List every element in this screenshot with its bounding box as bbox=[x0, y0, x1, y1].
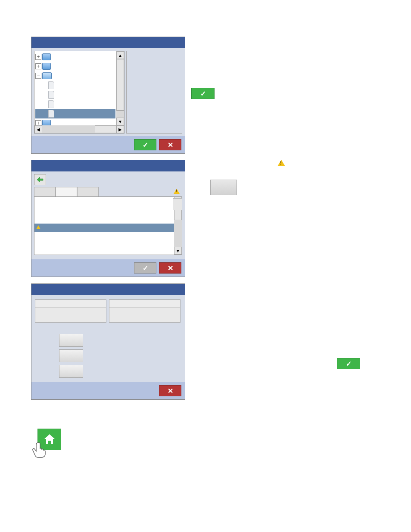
ok-reference-icon bbox=[337, 358, 360, 369]
cancel-button[interactable] bbox=[159, 262, 181, 274]
scroll-down-button[interactable]: ▼ bbox=[116, 118, 124, 125]
dialog-titlebar bbox=[31, 284, 185, 295]
dialog-body: + + − bbox=[31, 48, 185, 136]
expand-icon[interactable]: + bbox=[35, 63, 41, 69]
dialog-footer bbox=[31, 382, 185, 399]
tree-row[interactable] bbox=[35, 100, 115, 109]
tab-strip bbox=[34, 187, 182, 196]
list-dialog: ▲ ▼ bbox=[31, 160, 185, 277]
file-icon bbox=[48, 110, 54, 118]
dialog-titlebar bbox=[31, 37, 185, 48]
file-icon bbox=[48, 81, 54, 89]
folder-icon bbox=[42, 120, 51, 125]
tab[interactable] bbox=[77, 187, 99, 196]
expand-icon[interactable]: + bbox=[35, 120, 41, 125]
form-field[interactable] bbox=[109, 299, 181, 323]
dialog-titlebar bbox=[31, 160, 185, 171]
warning-icon bbox=[277, 160, 285, 166]
dialog-footer bbox=[31, 136, 185, 153]
back-arrow-icon bbox=[37, 177, 44, 183]
file-tree-dialog: + + − bbox=[31, 37, 185, 154]
folder-icon bbox=[42, 53, 51, 60]
button-stack bbox=[59, 334, 83, 378]
tree-row[interactable]: + bbox=[35, 62, 115, 71]
check-icon bbox=[143, 264, 148, 272]
tab[interactable] bbox=[34, 187, 56, 196]
option-button[interactable] bbox=[59, 365, 83, 378]
vertical-scrollbar[interactable]: ▲ ▼ bbox=[116, 51, 124, 125]
form-field[interactable] bbox=[35, 299, 106, 323]
back-button[interactable] bbox=[34, 174, 46, 185]
collapse-icon[interactable]: − bbox=[35, 73, 41, 79]
tree-row[interactable]: + bbox=[35, 52, 115, 62]
check-icon bbox=[346, 360, 352, 368]
ok-button-disabled bbox=[134, 262, 156, 274]
ok-reference-icon bbox=[191, 88, 215, 99]
tree-row[interactable] bbox=[35, 90, 115, 100]
option-button[interactable] bbox=[59, 334, 83, 347]
file-icon bbox=[48, 91, 54, 99]
touch-home-icon bbox=[31, 429, 61, 458]
cancel-button[interactable] bbox=[159, 385, 181, 396]
scroll-thumb[interactable] bbox=[116, 59, 124, 111]
close-icon bbox=[168, 141, 173, 149]
preview-pane bbox=[126, 51, 182, 134]
tree-row[interactable]: − bbox=[35, 71, 115, 81]
scroll-right-button[interactable]: ▶ bbox=[116, 125, 124, 133]
file-tree-pane: + + − bbox=[34, 51, 125, 134]
option-button[interactable] bbox=[59, 349, 83, 362]
warning-icon bbox=[36, 225, 40, 229]
scroll-down-button[interactable]: ▼ bbox=[174, 247, 182, 255]
scroll-left-button[interactable]: ◀ bbox=[34, 125, 42, 133]
close-icon bbox=[168, 387, 173, 395]
tree-row[interactable] bbox=[35, 81, 115, 90]
folder-icon bbox=[42, 63, 51, 70]
tree-row[interactable]: + bbox=[35, 118, 115, 125]
file-tree[interactable]: + + − bbox=[34, 51, 116, 125]
file-icon bbox=[48, 100, 54, 108]
scroll-thumb[interactable] bbox=[95, 125, 116, 133]
dialog-footer bbox=[31, 259, 185, 277]
hand-pointer-icon bbox=[31, 441, 48, 458]
list-box[interactable]: ▲ ▼ bbox=[34, 196, 182, 255]
ok-button[interactable] bbox=[134, 139, 156, 150]
horizontal-scrollbar[interactable]: ◀ ▶ bbox=[34, 125, 124, 133]
form-dialog bbox=[31, 283, 185, 400]
check-icon bbox=[200, 90, 206, 98]
field-label bbox=[35, 300, 106, 308]
dialog-body: ▲ ▼ bbox=[31, 171, 185, 259]
dialog-body bbox=[31, 295, 185, 382]
side-action-button[interactable] bbox=[173, 198, 182, 210]
tree-row-selected[interactable] bbox=[35, 109, 115, 118]
tab-active[interactable] bbox=[56, 187, 77, 196]
check-icon bbox=[143, 141, 148, 149]
field-label bbox=[109, 300, 180, 308]
expand-icon[interactable]: + bbox=[35, 54, 41, 60]
grey-button-swatch bbox=[210, 180, 237, 195]
cancel-button[interactable] bbox=[159, 139, 181, 150]
folder-open-icon bbox=[42, 72, 52, 79]
warning-icon bbox=[174, 189, 180, 194]
scroll-up-button[interactable]: ▲ bbox=[116, 51, 124, 59]
close-icon bbox=[168, 264, 173, 272]
list-row-selected[interactable] bbox=[34, 224, 174, 232]
